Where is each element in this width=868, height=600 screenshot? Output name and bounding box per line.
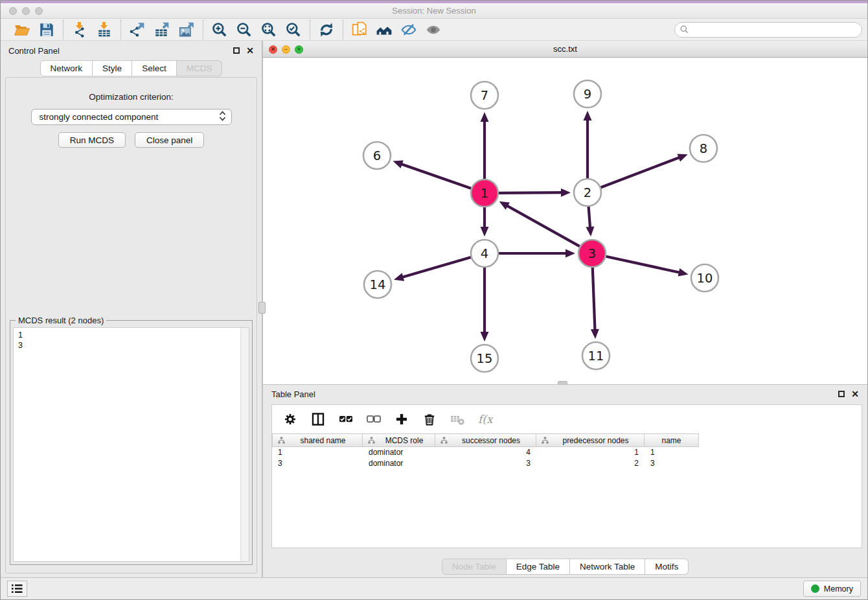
- minimize-window-button[interactable]: [22, 7, 30, 15]
- table-cell[interactable]: dominator: [363, 458, 435, 469]
- select-all-icon[interactable]: [337, 411, 354, 428]
- tab-edge-table[interactable]: Edge Table: [507, 559, 570, 575]
- graph-edge-2-3[interactable]: [589, 207, 591, 228]
- clone-network-icon[interactable]: [350, 21, 369, 39]
- tab-select[interactable]: Select: [132, 60, 177, 76]
- close-panel-button[interactable]: Close panel: [135, 132, 204, 148]
- graph-edge-1-2[interactable]: [499, 192, 562, 193]
- graph-node-label: 15: [477, 351, 493, 366]
- houses-icon[interactable]: [374, 21, 394, 39]
- columns-icon[interactable]: [310, 411, 326, 428]
- eye-icon[interactable]: [424, 21, 443, 39]
- run-mcds-button[interactable]: Run MCDS: [58, 132, 126, 148]
- window-titlebar: Session: New Session: [1, 3, 867, 19]
- table-row[interactable]: 3dominator323: [272, 458, 862, 469]
- graph-edge-4-14[interactable]: [402, 257, 471, 277]
- column-header-MCDS-role[interactable]: MCDS role: [363, 433, 435, 447]
- select-stepper-icon: [219, 110, 226, 124]
- panel-splitter-handle[interactable]: [258, 302, 266, 314]
- graph-edge-2-8[interactable]: [601, 157, 680, 187]
- network-close-button[interactable]: ✕: [269, 45, 277, 54]
- zoom-selected-icon[interactable]: [284, 21, 303, 39]
- zoom-in-icon[interactable]: [210, 21, 229, 39]
- mcds-result-list[interactable]: 13: [13, 327, 249, 562]
- save-floppy-icon[interactable]: [37, 21, 56, 39]
- toolbar-group: [63, 21, 120, 39]
- zoom-out-icon[interactable]: [234, 21, 254, 39]
- table-cell[interactable]: 2: [536, 458, 645, 469]
- column-header-successor-nodes[interactable]: successor nodes: [435, 433, 536, 447]
- table-cell[interactable]: dominator: [363, 447, 435, 458]
- network-view-window: ✕ − + scc.txt 7968124314101511: [263, 41, 867, 384]
- close-table-panel-icon[interactable]: ✕: [851, 389, 859, 398]
- graph-node-label: 4: [481, 246, 488, 261]
- graph-node-7[interactable]: 7: [471, 82, 498, 109]
- graph-node-9[interactable]: 9: [574, 80, 601, 108]
- graph-edge-1-6[interactable]: [401, 164, 471, 189]
- graph-node-2[interactable]: 2: [574, 179, 601, 206]
- graph-node-8[interactable]: 8: [690, 135, 717, 162]
- search-input[interactable]: [674, 22, 862, 38]
- mcds-result-node: 3: [18, 340, 244, 351]
- show-panel-list-button[interactable]: [7, 581, 27, 597]
- import-table-icon[interactable]: [95, 21, 114, 39]
- graph-node-15[interactable]: 15: [471, 345, 498, 372]
- network-minimize-button[interactable]: −: [282, 45, 290, 54]
- tab-network-table[interactable]: Network Table: [570, 559, 645, 575]
- table-cell[interactable]: 1: [536, 447, 645, 458]
- graph-node-4[interactable]: 4: [471, 240, 498, 267]
- fx-icon: f(x): [477, 411, 494, 428]
- table-cell[interactable]: 4: [435, 447, 536, 458]
- toolbar-group: [343, 21, 450, 39]
- result-scrollbar[interactable]: [240, 328, 249, 561]
- graph-edge-3-11[interactable]: [593, 268, 595, 330]
- network-zoom-button[interactable]: +: [295, 45, 303, 54]
- close-control-panel-icon[interactable]: ✕: [246, 46, 254, 55]
- tab-network[interactable]: Network: [40, 60, 93, 76]
- graph-node-10[interactable]: 10: [691, 264, 718, 292]
- import-network-icon[interactable]: [70, 21, 89, 39]
- open-folder-icon[interactable]: [12, 21, 32, 39]
- criterion-select[interactable]: strongly connected component: [31, 109, 232, 125]
- refresh-icon[interactable]: [317, 21, 336, 39]
- table-row[interactable]: 1dominator411: [272, 447, 862, 458]
- tab-motifs[interactable]: Motifs: [645, 559, 689, 575]
- table-cell[interactable]: 3: [272, 458, 363, 469]
- export-image-icon[interactable]: [177, 21, 196, 39]
- graph-node-1[interactable]: 1: [471, 179, 498, 207]
- float-table-panel-icon[interactable]: [838, 391, 845, 397]
- table-cell[interactable]: 3: [645, 458, 699, 469]
- table-cell[interactable]: 1: [272, 447, 363, 458]
- network-canvas[interactable]: 7968124314101511: [263, 58, 867, 384]
- export-network-icon[interactable]: [128, 21, 147, 39]
- graph-node-6[interactable]: 6: [363, 142, 391, 169]
- zoom-window-button[interactable]: [35, 7, 43, 15]
- eye-slash-icon[interactable]: [399, 21, 418, 39]
- graph-node-14[interactable]: 14: [364, 271, 391, 298]
- close-window-button[interactable]: [9, 7, 17, 15]
- column-header-shared-name[interactable]: shared name: [272, 433, 363, 447]
- column-header-predecessor-nodes[interactable]: predecessor nodes: [536, 433, 645, 447]
- delete-table-icon: [449, 411, 466, 428]
- export-table-icon[interactable]: [152, 21, 172, 39]
- tab-mcds[interactable]: MCDS: [177, 60, 223, 76]
- table-cell[interactable]: 1: [645, 447, 699, 458]
- gear-icon[interactable]: [282, 411, 299, 428]
- table-cell[interactable]: 3: [435, 458, 536, 469]
- tab-style[interactable]: Style: [93, 60, 132, 76]
- graph-edge-arrowhead: [584, 111, 592, 121]
- add-icon[interactable]: [393, 411, 410, 428]
- zoom-fit-icon[interactable]: [259, 21, 279, 39]
- graph-node-3[interactable]: 3: [578, 240, 606, 267]
- deselect-all-icon[interactable]: [365, 411, 382, 428]
- graph-edge-arrowhead: [481, 112, 489, 122]
- graph-node-11[interactable]: 11: [582, 342, 610, 369]
- trash-icon[interactable]: [421, 411, 438, 428]
- memory-button[interactable]: Memory: [803, 581, 861, 597]
- graph-edge-3-10[interactable]: [606, 257, 680, 273]
- network-graph[interactable]: 7968124314101511: [263, 58, 867, 384]
- float-control-panel-icon[interactable]: [233, 47, 240, 54]
- tab-node-table[interactable]: Node Table: [442, 559, 507, 575]
- column-header-name[interactable]: name: [645, 433, 699, 447]
- graph-edge-3-1[interactable]: [507, 205, 580, 246]
